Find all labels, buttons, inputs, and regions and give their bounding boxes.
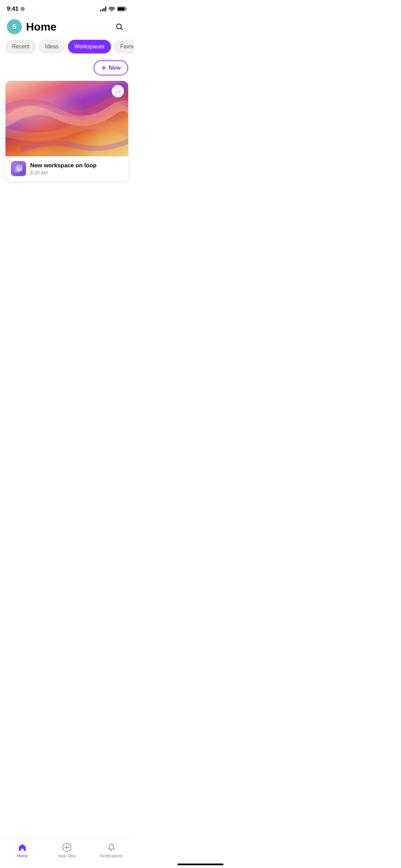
avatar[interactable]: S <box>7 19 22 34</box>
wifi-icon <box>109 7 115 11</box>
card-text: New workspace on loop 8:20 AM <box>30 162 123 176</box>
status-icons <box>100 7 127 11</box>
svg-rect-1 <box>118 8 125 11</box>
tab-ideas[interactable]: Ideas <box>39 40 65 53</box>
loop-icon <box>12 162 25 175</box>
plus-icon <box>101 65 107 71</box>
card-info: New workspace on loop 8:20 AM <box>5 156 128 181</box>
card-title: New workspace on loop <box>30 162 123 169</box>
status-bar: 9:41 <box>0 0 134 16</box>
search-icon <box>115 23 123 31</box>
search-button[interactable] <box>112 19 127 34</box>
svg-rect-6 <box>17 166 22 166</box>
tab-favourites[interactable]: Favourites <box>114 40 134 53</box>
card-time: 8:20 AM <box>30 170 123 176</box>
header: S Home <box>0 16 134 40</box>
page-title: Home <box>26 21 57 33</box>
workspace-card[interactable]: ··· New workspace <box>5 81 128 181</box>
tab-recent[interactable]: Recent <box>5 40 36 53</box>
workspace-icon <box>11 161 26 176</box>
card-image: ··· <box>5 81 128 156</box>
status-dot <box>21 7 25 11</box>
battery-icon <box>117 7 127 11</box>
svg-rect-8 <box>17 168 20 169</box>
tab-bar: Recent Ideas Workspaces Favourites <box>0 40 134 53</box>
status-time: 9:41 <box>7 5 25 12</box>
tab-workspaces[interactable]: Workspaces <box>68 40 111 53</box>
svg-rect-7 <box>17 167 22 168</box>
signal-icon <box>100 7 106 11</box>
new-button-container: New <box>0 60 134 81</box>
more-options-button[interactable]: ··· <box>112 85 124 97</box>
header-left: S Home <box>7 19 57 34</box>
swirl-decoration <box>5 81 128 156</box>
new-button[interactable]: New <box>94 60 128 75</box>
